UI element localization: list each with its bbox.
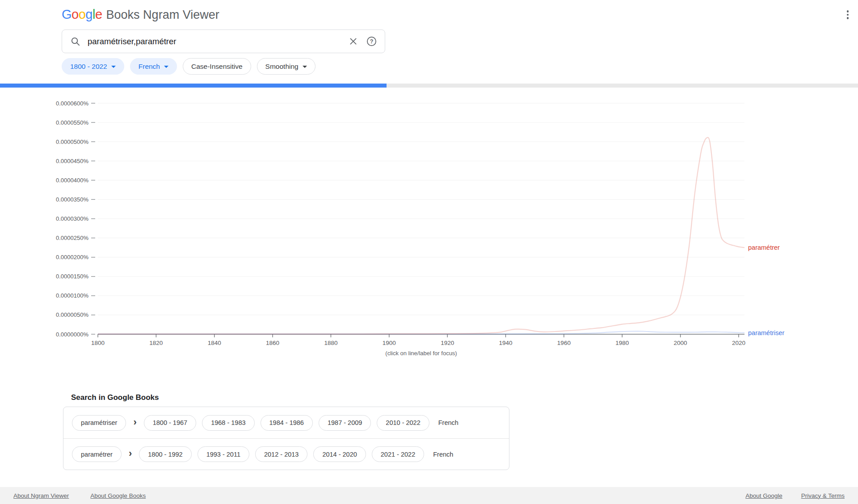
google-logo-letter: o	[72, 7, 79, 21]
y-tick-label: 0.0000550%	[56, 119, 88, 126]
chip-label: 1800 - 2022	[70, 63, 107, 71]
y-tick-label: 0.0000500%	[56, 139, 88, 145]
svg-text:?: ?	[370, 38, 374, 45]
y-tick-label: 0.0000400%	[56, 177, 88, 184]
footer-left-links: About Ngram ViewerAbout Google Books	[13, 492, 146, 499]
year-range-chip-1984-1986[interactable]: 1984 - 1986	[261, 415, 313, 431]
row-language-label: French	[438, 419, 458, 426]
series-label-param-triser[interactable]: paramétriser	[748, 329, 785, 336]
year-range-chip-1987-2009[interactable]: 1987 - 2009	[319, 415, 371, 431]
x-tick-label: 1920	[441, 340, 454, 346]
filter-chip-row: 1800 - 2022FrenchCase-InsensitiveSmoothi…	[62, 58, 315, 75]
year-range-chip-2012-2013[interactable]: 2012 - 2013	[255, 446, 307, 462]
y-tick-label: 0.0000450%	[56, 158, 88, 164]
help-circle-icon[interactable]: ?	[366, 36, 377, 46]
books-search-row-param-trer: paramétrer›1800 - 19921993 - 20112012 - …	[63, 438, 509, 470]
y-tick-label: 0.0000600%	[56, 100, 88, 107]
corpus-filter[interactable]: French	[130, 58, 177, 75]
footer-link-about-ngram-viewer[interactable]: About Ngram Viewer	[13, 492, 69, 499]
year-range-filter[interactable]: 1800 - 2022	[62, 58, 124, 75]
x-tick-label: 1980	[615, 340, 629, 346]
y-tick-label: 0.0000200%	[56, 254, 88, 260]
x-tick-label: 1820	[149, 340, 163, 346]
year-range-chip-2014-2020[interactable]: 2014 - 2020	[313, 446, 366, 462]
footer-link-about-google[interactable]: About Google	[745, 492, 782, 499]
ngram-chart: 0.0000000%0.0000050%0.0000100%0.0000150%…	[0, 0, 858, 366]
kebab-dot	[847, 14, 849, 16]
google-books-ngram-logo[interactable]: Google Books Ngram Viewer	[62, 7, 219, 22]
chevron-down-icon	[303, 66, 307, 68]
x-tick-label: 2000	[674, 340, 687, 346]
x-tick-label: 1800	[91, 340, 105, 346]
google-logo-letter: g	[85, 7, 93, 21]
year-range-chip-1800-1992[interactable]: 1800 - 1992	[139, 446, 191, 462]
chevron-down-icon	[111, 66, 116, 68]
y-tick-label: 0.0000300%	[56, 215, 88, 222]
kebab-menu-icon[interactable]	[842, 9, 854, 21]
chart-footnote: (click on line/label for focus)	[385, 350, 457, 357]
books-search-title: Search in Google Books	[71, 393, 159, 402]
books-search-card: paramétriser›1800 - 19671968 - 19831984 …	[63, 407, 509, 470]
product-title: Books Ngram Viewer	[106, 8, 219, 22]
term-chip-param-trer[interactable]: paramétrer	[72, 446, 122, 462]
ngram-search-input[interactable]	[88, 37, 349, 46]
timeline-progress-bar	[0, 84, 858, 88]
smoothing-filter[interactable]: Smoothing	[257, 58, 315, 75]
series-label-param-trer[interactable]: paramétrer	[748, 244, 780, 251]
google-logo-letter: G	[62, 7, 72, 21]
chip-label: Smoothing	[265, 63, 299, 71]
x-tick-label: 1840	[208, 340, 221, 346]
x-tick-label: 1900	[383, 340, 396, 346]
google-logo: Google	[62, 7, 102, 22]
ngram-viewer-page: Google Books Ngram Viewer ? 1800 - 2022F…	[0, 0, 858, 504]
series-line-param-trer[interactable]	[98, 138, 744, 334]
y-tick-label: 0.0000100%	[56, 292, 88, 299]
y-tick-label: 0.0000050%	[56, 311, 88, 318]
magnifier-icon	[70, 36, 80, 46]
footer: About Ngram ViewerAbout Google Books Abo…	[0, 487, 858, 504]
case-insensitive-toggle[interactable]: Case-Insensitive	[183, 58, 251, 75]
x-tick-label: 1880	[324, 340, 337, 346]
x-tick-label: 1960	[557, 340, 571, 346]
kebab-dot	[847, 17, 849, 19]
row-language-label: French	[433, 451, 453, 458]
chip-label: Case-Insensitive	[191, 63, 243, 71]
chevron-right-icon: ›	[133, 417, 136, 427]
chevron-down-icon	[164, 66, 168, 68]
y-tick-label: 0.0000250%	[56, 235, 88, 241]
footer-link-privacy-terms[interactable]: Privacy & Terms	[801, 492, 845, 499]
kebab-dot	[847, 10, 849, 13]
year-range-chip-2010-2022[interactable]: 2010 - 2022	[377, 415, 429, 431]
year-range-chip-1800-1967[interactable]: 1800 - 1967	[144, 415, 196, 431]
year-range-chip-2021-2022[interactable]: 2021 - 2022	[372, 446, 424, 462]
footer-right-links: About GooglePrivacy & Terms	[745, 492, 845, 499]
progress-fill	[0, 84, 387, 88]
clear-x-icon[interactable]	[349, 37, 358, 46]
chevron-right-icon: ›	[129, 449, 132, 458]
x-tick-label: 1940	[499, 340, 512, 346]
footer-link-about-google-books[interactable]: About Google Books	[90, 492, 146, 499]
series-line-param-triser[interactable]	[98, 331, 744, 334]
year-range-chip-1993-2011[interactable]: 1993 - 2011	[198, 446, 249, 462]
x-tick-label: 2020	[732, 340, 745, 346]
x-tick-label: 1860	[266, 340, 279, 346]
y-tick-label: 0.0000150%	[56, 273, 88, 280]
y-tick-label: 0.0000350%	[56, 196, 88, 203]
y-tick-label: 0.0000000%	[56, 331, 88, 338]
google-logo-letter: e	[95, 7, 102, 21]
year-range-chip-1968-1983[interactable]: 1968 - 1983	[202, 415, 254, 431]
google-logo-letter: o	[79, 7, 86, 21]
search-box: ?	[62, 29, 385, 53]
books-search-row-param-triser: paramétriser›1800 - 19671968 - 19831984 …	[63, 407, 509, 438]
term-chip-param-triser[interactable]: paramétriser	[72, 415, 126, 431]
chip-label: French	[139, 63, 160, 71]
